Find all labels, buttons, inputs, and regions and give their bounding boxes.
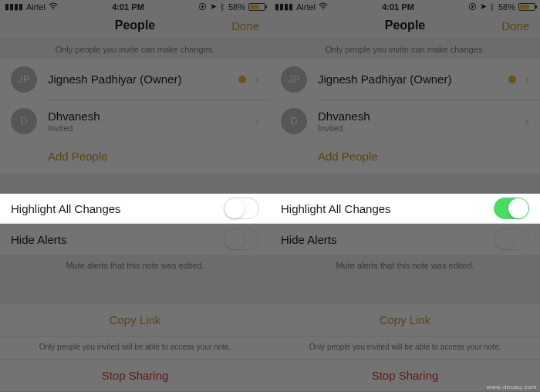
owner-dot-icon bbox=[238, 76, 246, 83]
highlight-changes-toggle[interactable] bbox=[494, 198, 529, 219]
hide-alerts-toggle[interactable] bbox=[224, 228, 259, 250]
done-button[interactable]: Done bbox=[501, 19, 529, 32]
battery-pct: 58% bbox=[228, 2, 245, 12]
done-button[interactable]: Done bbox=[231, 19, 259, 32]
chevron-right-icon: › bbox=[255, 114, 259, 128]
right-screenshot: ▮▮▮▮ Airtel 4:01 PM ⦿ ➤ ᛒ 58% People Don… bbox=[270, 0, 540, 392]
mute-note: Mute alerts that this note was edited. bbox=[0, 255, 270, 289]
carrier-label: Airtel bbox=[296, 2, 316, 12]
chevron-right-icon: › bbox=[525, 73, 529, 86]
mute-note: Mute alerts that this note was edited. bbox=[270, 255, 540, 289]
watermark: www.deuaq.com bbox=[487, 384, 537, 390]
invite-hint: Only people you invite can make changes. bbox=[270, 39, 540, 59]
avatar: JP bbox=[11, 66, 37, 93]
people-list: JP Jignesh Padhiyar (Owner) › D Dhvanesh… bbox=[270, 59, 540, 174]
location-icon: ➤ bbox=[480, 2, 487, 12]
highlight-changes-toggle[interactable] bbox=[224, 198, 259, 219]
wifi-icon bbox=[49, 2, 58, 12]
actions: Copy Link Only people you invited will b… bbox=[0, 304, 270, 392]
hide-alerts-toggle[interactable] bbox=[494, 228, 529, 250]
add-people-button[interactable]: Add People bbox=[0, 142, 270, 174]
avatar: JP bbox=[281, 66, 307, 93]
alarm-icon: ⦿ bbox=[198, 2, 207, 12]
access-note: Only people you invited will be able to … bbox=[270, 336, 540, 360]
person-name: Jignesh Padhiyar (Owner) bbox=[318, 73, 508, 86]
person-status: Invited bbox=[48, 123, 249, 133]
avatar: D bbox=[11, 108, 37, 134]
battery-icon bbox=[248, 3, 265, 11]
bluetooth-icon: ᛒ bbox=[490, 2, 495, 12]
person-name: Jignesh Padhiyar (Owner) bbox=[48, 73, 238, 86]
left-screenshot: ▮▮▮▮ Airtel 4:01 PM ⦿ ➤ ᛒ 58% People Don… bbox=[0, 0, 270, 392]
clock: 4:01 PM bbox=[112, 2, 144, 12]
location-icon: ➤ bbox=[210, 2, 217, 12]
person-row-invited[interactable]: D Dhvanesh Invited › bbox=[270, 100, 540, 142]
person-name: Dhvanesh bbox=[318, 110, 519, 123]
people-list: JP Jignesh Padhiyar (Owner) › D Dhvanesh… bbox=[0, 59, 270, 174]
add-people-button[interactable]: Add People bbox=[270, 142, 540, 174]
person-row-owner[interactable]: JP Jignesh Padhiyar (Owner) › bbox=[0, 59, 270, 100]
setting-label: Hide Alerts bbox=[11, 233, 67, 246]
highlight-changes-row[interactable]: Highlight All Changes bbox=[0, 194, 270, 225]
battery-icon bbox=[518, 3, 535, 11]
clock: 4:01 PM bbox=[382, 2, 414, 12]
stop-sharing-button[interactable]: Stop Sharing bbox=[0, 360, 270, 392]
battery-pct: 58% bbox=[498, 2, 515, 12]
signal-icon: ▮▮▮▮ bbox=[5, 2, 23, 12]
setting-label: Hide Alerts bbox=[281, 233, 337, 246]
signal-icon: ▮▮▮▮ bbox=[275, 2, 293, 12]
status-bar: ▮▮▮▮ Airtel 4:01 PM ⦿ ➤ ᛒ 58% bbox=[270, 0, 540, 13]
person-row-invited[interactable]: D Dhvanesh Invited › bbox=[0, 100, 270, 142]
setting-label: Highlight All Changes bbox=[11, 202, 121, 215]
hide-alerts-row[interactable]: Hide Alerts bbox=[0, 224, 270, 255]
highlight-changes-row[interactable]: Highlight All Changes bbox=[270, 194, 540, 225]
page-title: People bbox=[385, 19, 425, 32]
alarm-icon: ⦿ bbox=[468, 2, 477, 12]
hide-alerts-row[interactable]: Hide Alerts bbox=[270, 224, 540, 255]
nav-bar: People Done bbox=[0, 13, 270, 39]
copy-link-button[interactable]: Copy Link bbox=[0, 304, 270, 336]
invite-hint: Only people you invite can make changes. bbox=[0, 39, 270, 59]
access-note: Only people you invited will be able to … bbox=[0, 336, 270, 360]
owner-dot-icon bbox=[508, 76, 516, 83]
person-status: Invited bbox=[318, 123, 519, 133]
copy-link-button[interactable]: Copy Link bbox=[270, 304, 540, 336]
actions: Copy Link Only people you invited will b… bbox=[270, 304, 540, 392]
person-row-owner[interactable]: JP Jignesh Padhiyar (Owner) › bbox=[270, 59, 540, 100]
status-bar: ▮▮▮▮ Airtel 4:01 PM ⦿ ➤ ᛒ 58% bbox=[0, 0, 270, 13]
page-title: People bbox=[115, 19, 155, 32]
chevron-right-icon: › bbox=[525, 114, 529, 128]
chevron-right-icon: › bbox=[255, 73, 259, 86]
setting-label: Highlight All Changes bbox=[281, 202, 391, 215]
wifi-icon bbox=[319, 2, 328, 12]
bluetooth-icon: ᛒ bbox=[220, 2, 225, 12]
carrier-label: Airtel bbox=[26, 2, 46, 12]
avatar: D bbox=[281, 108, 307, 134]
nav-bar: People Done bbox=[270, 13, 540, 39]
person-name: Dhvanesh bbox=[48, 110, 249, 123]
